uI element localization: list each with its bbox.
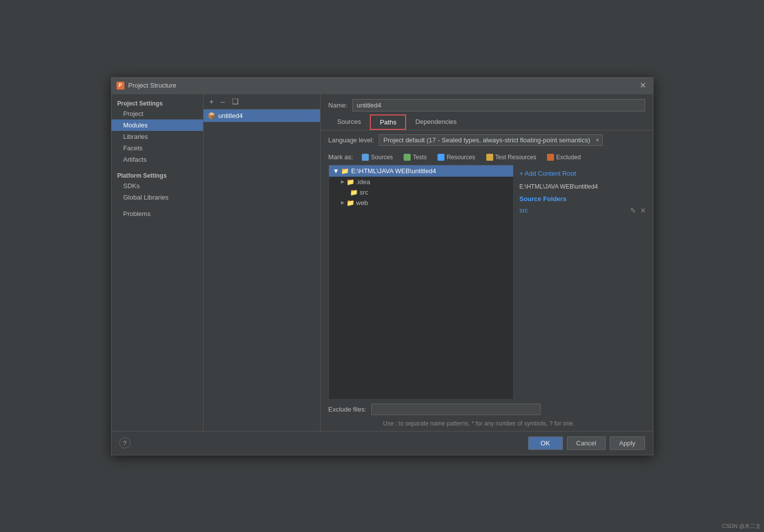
name-label: Name: [328,102,347,109]
tree-item-src[interactable]: 📁 src [329,187,513,198]
sidebar-item-modules[interactable]: Modules [111,119,203,131]
language-level-label: Language level: [328,136,374,144]
help-button[interactable]: ? [119,437,130,448]
apply-button[interactable]: Apply [610,436,645,450]
exclude-hint: Use ; to separate name patterns, * for a… [328,420,575,427]
folder-icon-src: 📁 [350,189,358,196]
tree-item-web[interactable]: ▶ 📁 web [329,198,513,208]
info-panel: + Add Content Root E:\HTML\JAVA WEB\unti… [514,165,653,400]
file-tree-panel: ▼ 📁 E:\HTML\JAVA WEB\untitled4 ▶ 📁 .idea… [328,165,514,400]
file-tree-root[interactable]: ▼ 📁 E:\HTML\JAVA WEB\untitled4 [329,165,513,177]
source-folder-src-item: src ✎ ✕ [520,206,647,215]
module-name: untitled4 [218,112,243,119]
chevron-right-icon-web: ▶ [341,200,344,205]
right-panel: Name: Sources Paths Dependencies Languag… [321,94,653,431]
mark-sources-button[interactable]: Sources [358,153,397,162]
name-row: Name: [321,94,653,114]
source-folder-src-name: src [520,207,528,214]
exclude-row-inner: Exclude files: [328,404,541,415]
dialog-body: Project Settings Project Modules Librari… [111,94,653,431]
sidebar-item-facets[interactable]: Facets [111,142,203,154]
excluded-color-icon [547,154,554,161]
project-structure-dialog: P Project Structure ✕ Project Settings P… [111,77,654,455]
ok-button[interactable]: OK [528,436,563,450]
tab-dependencies[interactable]: Dependencies [406,114,465,130]
mark-tests-button[interactable]: Tests [400,153,431,162]
edit-source-folder-button[interactable]: ✎ [629,207,637,214]
sidebar-item-problems[interactable]: Problems [111,208,203,219]
language-level-row: Language level: Project default (17 - Se… [321,130,653,150]
sidebar-item-project[interactable]: Project [111,108,203,119]
resources-color-icon [437,154,444,161]
test-resources-color-icon [486,154,493,161]
language-level-wrapper[interactable]: Project default (17 - Sealed types, alwa… [379,134,603,146]
folder-icon-web: 📁 [346,199,354,207]
middle-toolbar: + – ❑ [204,94,320,109]
root-path: E:\HTML\JAVA WEB\untitled4 [351,167,436,175]
mark-resources-button[interactable]: Resources [434,153,479,162]
dialog-title: Project Structure [128,82,177,89]
remove-source-folder-button[interactable]: ✕ [639,207,647,214]
module-item-untitled4[interactable]: 📦 untitled4 [204,109,320,122]
mark-excluded-button[interactable]: Excluded [543,153,584,162]
module-icon: 📦 [208,112,216,119]
sidebar: Project Settings Project Modules Librari… [111,94,204,431]
sidebar-item-sdks[interactable]: SDKs [111,180,203,192]
content-root-path: E:\HTML\JAVA WEB\untitled4 [520,181,647,192]
mark-as-row: Mark as: Sources Tests Resources Test Re… [321,150,653,165]
tab-paths[interactable]: Paths [370,114,406,130]
sidebar-item-libraries[interactable]: Libraries [111,131,203,142]
chevron-down-icon: ▼ [333,167,339,175]
project-settings-label: Project Settings [111,98,203,108]
title-bar: P Project Structure ✕ [111,78,653,94]
tab-sources[interactable]: Sources [328,114,370,130]
folder-icon-idea: 📁 [346,178,354,186]
tests-color-icon [404,154,411,161]
content-split: ▼ 📁 E:\HTML\JAVA WEB\untitled4 ▶ 📁 .idea… [321,165,653,400]
mark-as-label: Mark as: [328,153,353,161]
chevron-right-icon: ▶ [341,179,344,184]
sources-color-icon [362,154,369,161]
sidebar-gap2 [111,203,203,208]
name-input[interactable] [352,99,645,111]
platform-settings-label: Platform Settings [111,170,203,180]
mark-test-resources-button[interactable]: Test Resources [482,153,541,162]
folder-icon: 📁 [341,167,349,175]
close-button[interactable]: ✕ [638,81,648,91]
watermark: CSDN @木二文 [722,523,761,530]
sidebar-item-artifacts[interactable]: Artifacts [111,154,203,165]
remove-module-button[interactable]: – [218,96,226,106]
exclude-label: Exclude files: [328,406,367,413]
app-icon: P [116,82,124,90]
tabs-row: Sources Paths Dependencies [321,114,653,130]
title-bar-left: P Project Structure [116,82,177,90]
sidebar-gap [111,165,203,170]
bottom-bar-left: ? [119,437,524,448]
source-folder-actions: ✎ ✕ [629,207,647,214]
add-module-button[interactable]: + [208,96,216,106]
exclude-row: Exclude files: Use ; to separate name pa… [321,400,653,431]
sidebar-item-global-libraries[interactable]: Global Libraries [111,192,203,203]
bottom-bar: ? OK Cancel Apply [111,431,653,455]
copy-module-button[interactable]: ❑ [230,96,240,107]
tree-item-idea[interactable]: ▶ 📁 .idea [329,177,513,187]
language-level-select[interactable]: Project default (17 - Sealed types, alwa… [379,134,603,146]
add-content-root-button[interactable]: + Add Content Root [520,169,647,178]
exclude-input[interactable] [371,404,541,415]
middle-panel: + – ❑ 📦 untitled4 [204,94,321,431]
source-folders-label: Source Folders [520,195,647,203]
cancel-button[interactable]: Cancel [567,436,606,450]
